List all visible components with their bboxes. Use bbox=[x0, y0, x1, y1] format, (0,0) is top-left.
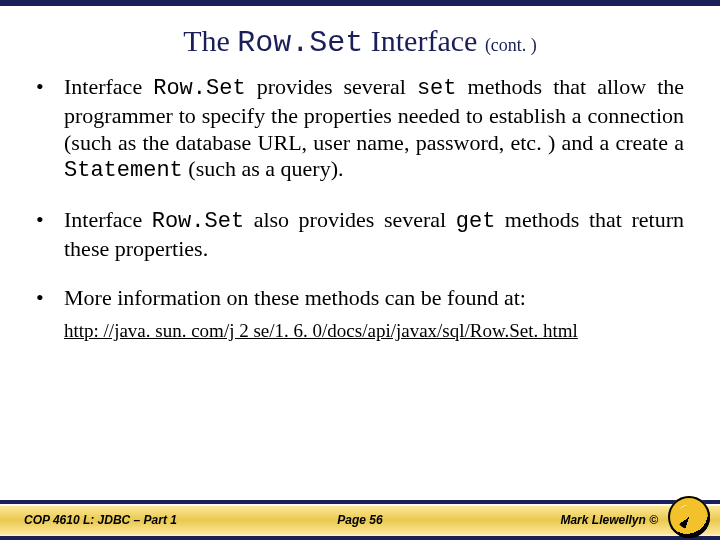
bullet-1: Interface Row.Set provides several set m… bbox=[36, 74, 684, 185]
slide: The Row.Set Interface (cont. ) Interface… bbox=[0, 0, 720, 540]
code: Row.Set bbox=[152, 209, 244, 234]
text: provides several bbox=[246, 74, 417, 99]
text: also provides several bbox=[244, 207, 456, 232]
text: More information on these methods can be… bbox=[64, 285, 526, 310]
text: Interface bbox=[64, 74, 153, 99]
bullet-2: Interface Row.Set also provides several … bbox=[36, 207, 684, 263]
doc-link[interactable]: http: //java. sun. com/j 2 se/1. 6. 0/do… bbox=[36, 320, 684, 342]
code: get bbox=[456, 209, 496, 234]
title-code: Row.Set bbox=[237, 26, 363, 60]
content: Interface Row.Set provides several set m… bbox=[0, 68, 720, 342]
text: (such as a query). bbox=[183, 156, 344, 181]
slide-title: The Row.Set Interface (cont. ) bbox=[0, 6, 720, 68]
bullet-list: Interface Row.Set provides several set m… bbox=[36, 74, 684, 312]
title-cont: (cont. ) bbox=[485, 35, 537, 55]
text: Interface bbox=[64, 207, 152, 232]
footer-right: Mark Llewellyn © bbox=[560, 500, 658, 540]
title-prefix: The bbox=[183, 24, 237, 57]
title-suffix: Interface bbox=[363, 24, 485, 57]
bullet-3: More information on these methods can be… bbox=[36, 285, 684, 312]
code: Statement bbox=[64, 158, 183, 183]
code: Row.Set bbox=[153, 76, 245, 101]
ucf-logo-icon bbox=[668, 496, 710, 538]
code: set bbox=[417, 76, 457, 101]
footer: COP 4610 L: JDBC – Part 1 Page 56 Mark L… bbox=[0, 498, 720, 540]
